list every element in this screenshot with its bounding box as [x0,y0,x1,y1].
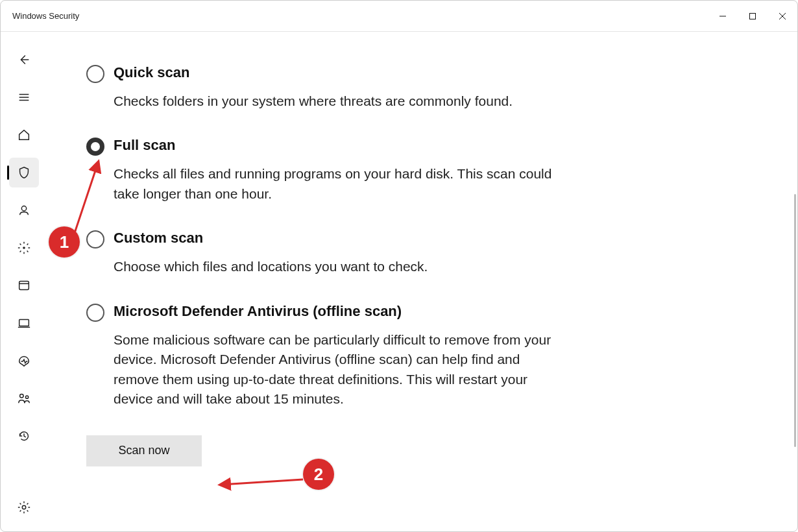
radio-quick-scan[interactable] [86,65,104,83]
close-button[interactable] [768,1,797,31]
content-area: Quick scan Checks folders in your system… [47,32,797,531]
sidebar [1,32,47,531]
window-controls [708,1,797,31]
performance-icon[interactable] [9,346,39,376]
annotation-step-2: 2 [303,459,334,490]
option-custom-scan: Custom scan Choose which files and locat… [86,230,758,276]
svg-rect-10 [19,282,29,290]
annotation-step-1: 1 [49,226,80,258]
svg-point-8 [21,206,26,211]
maximize-button[interactable] [738,1,768,31]
home-icon[interactable] [9,120,39,150]
svg-point-14 [20,394,23,398]
back-button[interactable] [9,45,39,75]
option-desc: Checks folders in your system where thre… [114,91,513,111]
family-icon[interactable] [9,383,39,413]
option-label: Quick scan [114,64,513,81]
settings-icon[interactable] [9,492,39,522]
option-full-scan: Full scan Checks all files and running p… [86,137,758,204]
option-desc: Checks all files and running programs on… [114,164,568,204]
menu-icon[interactable] [9,82,39,112]
svg-rect-12 [19,320,29,326]
account-icon[interactable] [9,195,39,225]
shield-icon[interactable] [9,158,39,187]
option-desc: Choose which files and locations you wan… [114,257,428,276]
history-icon[interactable] [9,421,39,451]
svg-point-15 [25,396,28,398]
option-label: Microsoft Defender Antivirus (offline sc… [114,303,568,320]
radio-custom-scan[interactable] [86,230,104,248]
svg-rect-1 [750,13,756,19]
device-icon[interactable] [9,308,39,338]
window-title: Windows Security [12,11,79,21]
title-bar: Windows Security [1,1,797,32]
firewall-icon[interactable] [9,233,39,263]
svg-point-16 [22,505,26,509]
radio-offline-scan[interactable] [86,304,104,322]
option-quick-scan: Quick scan Checks folders in your system… [86,64,758,111]
svg-point-9 [23,247,25,249]
option-label: Custom scan [114,230,428,247]
minimize-button[interactable] [708,1,738,31]
scan-now-button[interactable]: Scan now [86,435,202,466]
option-label: Full scan [114,137,568,154]
scrollbar[interactable] [794,194,796,447]
radio-full-scan[interactable] [86,138,104,156]
option-desc: Some malicious software can be particula… [114,330,568,409]
option-offline-scan: Microsoft Defender Antivirus (offline sc… [86,303,758,409]
app-browser-icon[interactable] [9,271,39,300]
